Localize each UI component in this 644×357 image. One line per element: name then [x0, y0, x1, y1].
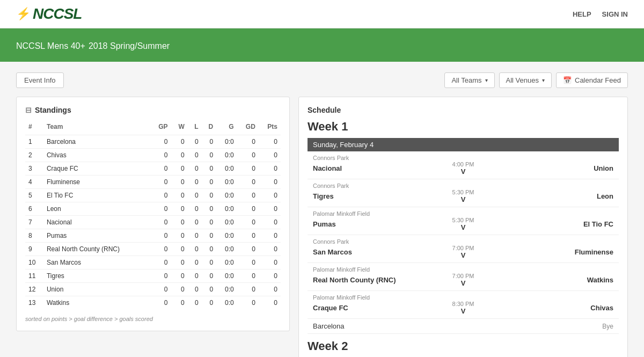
cell-gp: 0 — [150, 135, 171, 149]
schedule-content: Week 1Sunday, February 4 Connors Park Na… — [308, 120, 619, 357]
sign-in-link[interactable]: SIGN IN — [602, 10, 628, 18]
match-row: Palomar Minkoff Field Pumas 5:30 PM V El… — [308, 207, 619, 235]
table-row: 11 Tigres 0 0 0 0 0:0 0 0 — [25, 269, 281, 283]
logo-icon: ⚡ — [16, 7, 31, 21]
standings-header[interactable]: ⊟ Standings — [25, 106, 281, 114]
cell-d: 0 — [202, 216, 217, 229]
cell-team: San Marcos — [43, 256, 150, 269]
cell-gp: 0 — [150, 256, 171, 269]
calendar-feed-button[interactable]: 📅 Calendar Feed — [556, 72, 628, 88]
cell-pts: 0 — [259, 269, 281, 283]
cell-gd: 0 — [237, 162, 259, 176]
match-venue: Connors Park — [313, 155, 613, 161]
table-row: 2 Chivas 0 0 0 0 0:0 0 0 — [25, 149, 281, 162]
cell-num: 9 — [25, 243, 43, 256]
match-row: Connors Park Tigres 5:30 PM V Leon — [308, 179, 619, 207]
league-title: NCCSL Mens 40+ 2018 Spring/Summer — [16, 38, 170, 52]
cell-d: 0 — [202, 243, 217, 256]
match-time: 8:30 PM — [452, 301, 474, 307]
event-info-button[interactable]: Event Info — [16, 72, 64, 88]
cell-team: Chivas — [43, 149, 150, 162]
cell-gp: 0 — [150, 283, 171, 296]
cell-num: 13 — [25, 296, 43, 310]
cell-pts: 0 — [259, 296, 281, 310]
match-venue: Connors Park — [313, 183, 613, 189]
cell-pts: 0 — [259, 283, 281, 296]
match-time: 7:00 PM — [452, 245, 474, 251]
all-teams-dropdown[interactable]: All Teams ▾ — [444, 72, 494, 88]
match-row: Palomar Minkoff Field Real North County … — [308, 263, 619, 291]
table-row: 8 Pumas 0 0 0 0 0:0 0 0 — [25, 229, 281, 243]
match-away-team: Union — [485, 164, 613, 172]
cell-gd: 0 — [237, 296, 259, 310]
sorted-note: sorted on points > goal difference > goa… — [25, 316, 281, 322]
cell-l: 0 — [188, 243, 202, 256]
help-link[interactable]: HELP — [573, 10, 591, 18]
cell-g: 0:0 — [216, 176, 237, 189]
col-pts: Pts — [259, 121, 281, 135]
chevron-down-icon: ▾ — [485, 77, 488, 83]
standings-toggle-icon: ⊟ — [25, 106, 32, 114]
match-vs-label: V — [461, 167, 466, 176]
cell-l: 0 — [188, 135, 202, 149]
match-time-vs: 8:30 PM V — [442, 301, 485, 315]
match-time: 5:30 PM — [452, 189, 474, 195]
cell-gd: 0 — [237, 243, 259, 256]
cell-pts: 0 — [259, 243, 281, 256]
match-away-team: Watkins — [485, 276, 613, 284]
cell-d: 0 — [202, 229, 217, 243]
cell-gp: 0 — [150, 229, 171, 243]
cell-gd: 0 — [237, 176, 259, 189]
cell-w: 0 — [171, 135, 187, 149]
all-venues-dropdown[interactable]: All Venues ▾ — [499, 72, 552, 88]
col-num: # — [25, 121, 43, 135]
cell-team: Union — [43, 283, 150, 296]
match-info: Nacional 4:00 PM V Union — [313, 161, 613, 176]
cell-team: Craque FC — [43, 162, 150, 176]
cell-w: 0 — [171, 216, 187, 229]
match-venue: Palomar Minkoff Field — [313, 294, 613, 301]
cell-pts: 0 — [259, 216, 281, 229]
cell-gd: 0 — [237, 283, 259, 296]
cell-g: 0:0 — [216, 243, 237, 256]
standings-column: ⊟ Standings # Team GP W L D G GD — [16, 97, 290, 357]
cell-pts: 0 — [259, 202, 281, 216]
cell-gp: 0 — [150, 296, 171, 310]
cell-d: 0 — [202, 162, 217, 176]
cell-d: 0 — [202, 135, 217, 149]
cell-gp: 0 — [150, 216, 171, 229]
match-home-team: Pumas — [313, 220, 442, 228]
logo-text: NCCSL — [33, 5, 82, 23]
cell-team: Fluminense — [43, 176, 150, 189]
cell-gd: 0 — [237, 256, 259, 269]
cell-gp: 0 — [150, 243, 171, 256]
match-time: 7:00 PM — [452, 273, 474, 279]
match-time-vs: 5:30 PM V — [442, 189, 485, 203]
match-vs-label: V — [461, 251, 466, 259]
cell-gd: 0 — [237, 149, 259, 162]
cell-l: 0 — [188, 269, 202, 283]
cell-w: 0 — [171, 269, 187, 283]
cell-l: 0 — [188, 176, 202, 189]
toolbar: Event Info All Teams ▾ All Venues ▾ 📅 Ca… — [16, 72, 628, 88]
match-venue: Connors Park — [313, 238, 613, 245]
match-away-team: Chivas — [485, 304, 613, 312]
table-row: 9 Real North County (RNC) 0 0 0 0 0:0 0 … — [25, 243, 281, 256]
cell-g: 0:0 — [216, 256, 237, 269]
cell-pts: 0 — [259, 149, 281, 162]
table-row: 13 Watkins 0 0 0 0 0:0 0 0 — [25, 296, 281, 310]
cell-pts: 0 — [259, 176, 281, 189]
match-venue: Palomar Minkoff Field — [313, 210, 613, 217]
cell-g: 0:0 — [216, 135, 237, 149]
match-venue: Palomar Minkoff Field — [313, 266, 613, 273]
match-time-vs: 7:00 PM V — [442, 245, 485, 259]
cell-g: 0:0 — [216, 202, 237, 216]
cell-pts: 0 — [259, 189, 281, 202]
match-home-team: Real North County (RNC) — [313, 276, 442, 284]
cell-l: 0 — [188, 256, 202, 269]
match-time-vs: 4:00 PM V — [442, 161, 485, 176]
cell-d: 0 — [202, 176, 217, 189]
cell-gp: 0 — [150, 176, 171, 189]
cell-g: 0:0 — [216, 149, 237, 162]
cell-w: 0 — [171, 202, 187, 216]
